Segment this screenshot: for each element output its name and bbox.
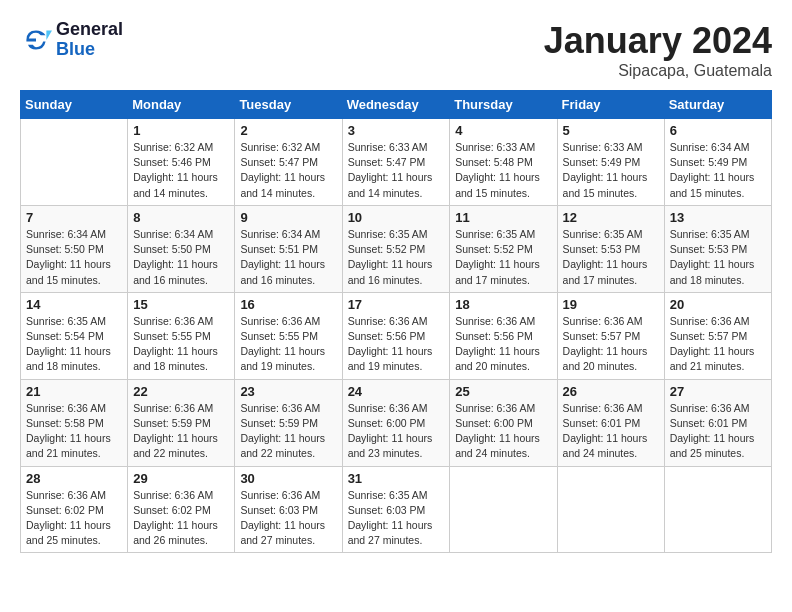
day-info: Sunrise: 6:36 AMSunset: 6:00 PMDaylight:… (455, 401, 551, 462)
day-info: Sunrise: 6:36 AMSunset: 5:56 PMDaylight:… (348, 314, 445, 375)
weekday-header: Sunday (21, 91, 128, 119)
svg-marker-0 (46, 30, 52, 40)
day-number: 21 (26, 384, 122, 399)
day-number: 12 (563, 210, 659, 225)
day-info: Sunrise: 6:33 AMSunset: 5:49 PMDaylight:… (563, 140, 659, 201)
day-info: Sunrise: 6:36 AMSunset: 5:57 PMDaylight:… (670, 314, 766, 375)
calendar-cell: 14Sunrise: 6:35 AMSunset: 5:54 PMDayligh… (21, 292, 128, 379)
day-info: Sunrise: 6:32 AMSunset: 5:47 PMDaylight:… (240, 140, 336, 201)
calendar-cell: 7Sunrise: 6:34 AMSunset: 5:50 PMDaylight… (21, 205, 128, 292)
calendar-cell: 5Sunrise: 6:33 AMSunset: 5:49 PMDaylight… (557, 119, 664, 206)
day-number: 16 (240, 297, 336, 312)
calendar-cell: 21Sunrise: 6:36 AMSunset: 5:58 PMDayligh… (21, 379, 128, 466)
day-info: Sunrise: 6:36 AMSunset: 6:01 PMDaylight:… (563, 401, 659, 462)
day-number: 24 (348, 384, 445, 399)
weekday-header: Tuesday (235, 91, 342, 119)
day-info: Sunrise: 6:36 AMSunset: 6:01 PMDaylight:… (670, 401, 766, 462)
calendar-cell: 6Sunrise: 6:34 AMSunset: 5:49 PMDaylight… (664, 119, 771, 206)
logo-text: General Blue (56, 20, 123, 60)
weekday-header: Wednesday (342, 91, 450, 119)
day-number: 18 (455, 297, 551, 312)
weekday-header: Monday (128, 91, 235, 119)
calendar-cell: 20Sunrise: 6:36 AMSunset: 5:57 PMDayligh… (664, 292, 771, 379)
day-info: Sunrise: 6:32 AMSunset: 5:46 PMDaylight:… (133, 140, 229, 201)
day-number: 13 (670, 210, 766, 225)
day-info: Sunrise: 6:36 AMSunset: 5:58 PMDaylight:… (26, 401, 122, 462)
calendar-cell: 13Sunrise: 6:35 AMSunset: 5:53 PMDayligh… (664, 205, 771, 292)
calendar-cell: 23Sunrise: 6:36 AMSunset: 5:59 PMDayligh… (235, 379, 342, 466)
day-number: 11 (455, 210, 551, 225)
day-info: Sunrise: 6:36 AMSunset: 6:03 PMDaylight:… (240, 488, 336, 549)
day-info: Sunrise: 6:34 AMSunset: 5:51 PMDaylight:… (240, 227, 336, 288)
day-number: 29 (133, 471, 229, 486)
day-info: Sunrise: 6:35 AMSunset: 5:53 PMDaylight:… (670, 227, 766, 288)
calendar-cell: 3Sunrise: 6:33 AMSunset: 5:47 PMDaylight… (342, 119, 450, 206)
day-number: 31 (348, 471, 445, 486)
calendar-cell (557, 466, 664, 553)
day-number: 30 (240, 471, 336, 486)
day-info: Sunrise: 6:34 AMSunset: 5:50 PMDaylight:… (26, 227, 122, 288)
calendar-cell: 28Sunrise: 6:36 AMSunset: 6:02 PMDayligh… (21, 466, 128, 553)
logo: General Blue (20, 20, 123, 60)
day-number: 7 (26, 210, 122, 225)
day-number: 1 (133, 123, 229, 138)
calendar-cell: 17Sunrise: 6:36 AMSunset: 5:56 PMDayligh… (342, 292, 450, 379)
day-number: 17 (348, 297, 445, 312)
day-number: 10 (348, 210, 445, 225)
calendar-cell: 15Sunrise: 6:36 AMSunset: 5:55 PMDayligh… (128, 292, 235, 379)
day-info: Sunrise: 6:36 AMSunset: 5:57 PMDaylight:… (563, 314, 659, 375)
day-number: 14 (26, 297, 122, 312)
day-number: 6 (670, 123, 766, 138)
weekday-header: Friday (557, 91, 664, 119)
day-number: 15 (133, 297, 229, 312)
calendar-header: SundayMondayTuesdayWednesdayThursdayFrid… (21, 91, 772, 119)
calendar-subtitle: Sipacapa, Guatemala (544, 62, 772, 80)
day-number: 26 (563, 384, 659, 399)
calendar-cell: 1Sunrise: 6:32 AMSunset: 5:46 PMDaylight… (128, 119, 235, 206)
calendar-cell: 30Sunrise: 6:36 AMSunset: 6:03 PMDayligh… (235, 466, 342, 553)
calendar-cell (664, 466, 771, 553)
day-number: 25 (455, 384, 551, 399)
title-block: January 2024 Sipacapa, Guatemala (544, 20, 772, 80)
day-number: 20 (670, 297, 766, 312)
calendar-cell: 9Sunrise: 6:34 AMSunset: 5:51 PMDaylight… (235, 205, 342, 292)
day-info: Sunrise: 6:36 AMSunset: 6:02 PMDaylight:… (133, 488, 229, 549)
day-number: 23 (240, 384, 336, 399)
calendar-cell: 19Sunrise: 6:36 AMSunset: 5:57 PMDayligh… (557, 292, 664, 379)
calendar-cell: 2Sunrise: 6:32 AMSunset: 5:47 PMDaylight… (235, 119, 342, 206)
calendar-cell: 10Sunrise: 6:35 AMSunset: 5:52 PMDayligh… (342, 205, 450, 292)
weekday-header: Thursday (450, 91, 557, 119)
calendar-cell: 22Sunrise: 6:36 AMSunset: 5:59 PMDayligh… (128, 379, 235, 466)
day-number: 27 (670, 384, 766, 399)
day-info: Sunrise: 6:34 AMSunset: 5:50 PMDaylight:… (133, 227, 229, 288)
day-info: Sunrise: 6:35 AMSunset: 6:03 PMDaylight:… (348, 488, 445, 549)
day-number: 8 (133, 210, 229, 225)
calendar-cell: 25Sunrise: 6:36 AMSunset: 6:00 PMDayligh… (450, 379, 557, 466)
calendar-title: January 2024 (544, 20, 772, 62)
calendar-cell: 4Sunrise: 6:33 AMSunset: 5:48 PMDaylight… (450, 119, 557, 206)
calendar-cell: 26Sunrise: 6:36 AMSunset: 6:01 PMDayligh… (557, 379, 664, 466)
day-info: Sunrise: 6:35 AMSunset: 5:54 PMDaylight:… (26, 314, 122, 375)
day-info: Sunrise: 6:36 AMSunset: 5:55 PMDaylight:… (240, 314, 336, 375)
calendar-cell (21, 119, 128, 206)
calendar-cell: 18Sunrise: 6:36 AMSunset: 5:56 PMDayligh… (450, 292, 557, 379)
page-header: General Blue January 2024 Sipacapa, Guat… (20, 20, 772, 80)
day-info: Sunrise: 6:34 AMSunset: 5:49 PMDaylight:… (670, 140, 766, 201)
day-number: 5 (563, 123, 659, 138)
calendar-cell: 12Sunrise: 6:35 AMSunset: 5:53 PMDayligh… (557, 205, 664, 292)
day-number: 4 (455, 123, 551, 138)
day-info: Sunrise: 6:35 AMSunset: 5:52 PMDaylight:… (455, 227, 551, 288)
calendar-cell: 27Sunrise: 6:36 AMSunset: 6:01 PMDayligh… (664, 379, 771, 466)
calendar-cell (450, 466, 557, 553)
calendar-cell: 24Sunrise: 6:36 AMSunset: 6:00 PMDayligh… (342, 379, 450, 466)
day-info: Sunrise: 6:36 AMSunset: 6:02 PMDaylight:… (26, 488, 122, 549)
calendar-cell: 31Sunrise: 6:35 AMSunset: 6:03 PMDayligh… (342, 466, 450, 553)
weekday-header: Saturday (664, 91, 771, 119)
day-info: Sunrise: 6:35 AMSunset: 5:52 PMDaylight:… (348, 227, 445, 288)
day-info: Sunrise: 6:33 AMSunset: 5:48 PMDaylight:… (455, 140, 551, 201)
day-info: Sunrise: 6:36 AMSunset: 5:59 PMDaylight:… (133, 401, 229, 462)
day-info: Sunrise: 6:36 AMSunset: 5:56 PMDaylight:… (455, 314, 551, 375)
calendar-cell: 16Sunrise: 6:36 AMSunset: 5:55 PMDayligh… (235, 292, 342, 379)
day-number: 22 (133, 384, 229, 399)
day-info: Sunrise: 6:36 AMSunset: 5:55 PMDaylight:… (133, 314, 229, 375)
